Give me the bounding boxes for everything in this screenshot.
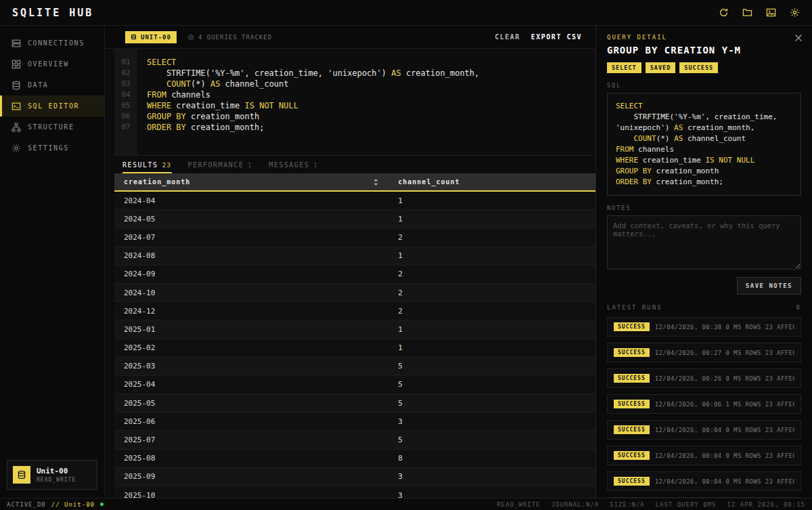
- tab-messages[interactable]: MESSAGES1: [269, 161, 318, 173]
- active-db-value: // Unit-00: [51, 501, 95, 508]
- tab-count: 23: [162, 162, 172, 169]
- image-export-icon[interactable]: [766, 7, 776, 18]
- overview-icon: [12, 60, 21, 69]
- header-actions: [719, 7, 800, 18]
- column-header-channel-count[interactable]: channel_count: [388, 178, 595, 186]
- db-badge[interactable]: UNIT-00: [125, 31, 177, 43]
- table-row[interactable]: 2024-122: [114, 302, 595, 320]
- table-row[interactable]: 2024-041: [114, 192, 595, 210]
- folder-icon[interactable]: [742, 7, 752, 18]
- sql-line: COUNT(*) AS channel_count: [616, 133, 792, 144]
- sidebar-item-connections[interactable]: CONNECTIONS: [0, 33, 104, 54]
- column-header-creation-month[interactable]: creation_month: [114, 178, 388, 186]
- table-row[interactable]: 2025-035: [114, 358, 595, 376]
- tab-performance[interactable]: PERFORMANCE1: [188, 161, 253, 173]
- close-icon[interactable]: [794, 34, 803, 42]
- sort-icon[interactable]: [373, 178, 379, 186]
- sql-line: FROM channels: [147, 89, 479, 100]
- cell-creation-month: 2024-07: [114, 233, 388, 242]
- table-row[interactable]: 2025-103: [114, 486, 595, 498]
- status-bar: ACTIVE_DB // Unit-00 READ_WRITEJOURNAL:N…: [0, 498, 812, 510]
- cell-creation-month: 2025-03: [114, 362, 388, 370]
- export-csv-button[interactable]: EXPORT CSV: [531, 33, 582, 41]
- sql-editor-icon: [12, 102, 21, 111]
- sql-editor[interactable]: 01020304050607 SELECT STRFTIME('%Y-%m', …: [114, 49, 595, 156]
- cell-channel-count: 1: [388, 251, 595, 260]
- data-icon: [12, 81, 21, 90]
- clear-button[interactable]: CLEAR: [495, 33, 520, 41]
- cell-channel-count: 2: [388, 289, 595, 297]
- run-item[interactable]: SUCCESS12/04/2026, 00:03 1 MS ROWS 23 AF…: [607, 497, 801, 498]
- table-row[interactable]: 2025-063: [114, 412, 595, 431]
- table-row[interactable]: 2024-102: [114, 284, 595, 302]
- run-item[interactable]: SUCCESS12/04/2026, 00:38 0 MS ROWS 23 AF…: [607, 317, 801, 337]
- sql-line: GROUP BY creation_month: [616, 166, 792, 177]
- sql-line: GROUP BY creation_month: [147, 111, 479, 122]
- cell-channel-count: 3: [388, 472, 595, 481]
- run-status-badge: SUCCESS: [614, 451, 650, 460]
- app-logo: SQLITE HUB: [12, 7, 93, 19]
- status-bar-stats: READ_WRITEJOURNAL:N/ASIZE:N/ALAST QUERY …: [497, 501, 805, 508]
- table-row[interactable]: 2025-093: [114, 468, 595, 486]
- table-row[interactable]: 2025-045: [114, 376, 595, 394]
- run-item[interactable]: SUCCESS12/04/2026, 00:04 0 MS ROWS 23 AF…: [607, 471, 801, 491]
- status-stat: 12 APR 2026, 00:15: [727, 501, 805, 508]
- runs-list: SUCCESS12/04/2026, 00:38 0 MS ROWS 23 AF…: [607, 317, 801, 498]
- sql-line: 'unixepoch') AS creation_month,: [616, 123, 792, 133]
- table-row[interactable]: 2025-075: [114, 431, 595, 449]
- run-status-badge: SUCCESS: [614, 400, 650, 408]
- sql-line: WHERE creation_time IS NOT NULL: [616, 155, 792, 166]
- line-number: 02: [114, 68, 137, 79]
- cell-channel-count: 5: [388, 362, 595, 370]
- sidebar-item-settings[interactable]: SETTINGS: [0, 137, 104, 158]
- run-item[interactable]: SUCCESS12/04/2026, 00:04 0 MS ROWS 23 AF…: [607, 446, 801, 465]
- run-status-badge: SUCCESS: [614, 425, 650, 434]
- line-number: 07: [114, 122, 137, 133]
- latest-runs-header: LATEST RUNS 8: [607, 304, 801, 311]
- cell-channel-count: 3: [388, 417, 595, 426]
- status-stat: LAST QUERY 0MS: [656, 501, 717, 508]
- table-row[interactable]: 2024-081: [114, 247, 595, 265]
- table-row[interactable]: 2025-011: [114, 320, 595, 339]
- cell-channel-count: 1: [388, 343, 595, 352]
- sidebar-item-overview[interactable]: OVERVIEW: [0, 54, 104, 75]
- table-row[interactable]: 2024-051: [114, 210, 595, 228]
- run-item[interactable]: SUCCESS12/04/2026, 00:27 0 MS ROWS 23 AF…: [607, 343, 801, 362]
- table-row[interactable]: 2025-021: [114, 339, 595, 358]
- gear-icon[interactable]: [790, 7, 800, 18]
- sidebar-item-label: DATA: [28, 81, 48, 89]
- run-item[interactable]: SUCCESS12/04/2026, 00:04 0 MS ROWS 23 AF…: [607, 420, 801, 440]
- table-row[interactable]: 2024-092: [114, 265, 595, 284]
- sql-code[interactable]: SELECT STRFTIME('%Y-%m', creation_time, …: [137, 49, 479, 155]
- table-row[interactable]: 2025-088: [114, 450, 595, 468]
- sidebar-item-structure[interactable]: STRUCTURE: [0, 116, 104, 137]
- sidebar-item-data[interactable]: DATA: [0, 75, 104, 95]
- table-row[interactable]: 2025-055: [114, 394, 595, 412]
- active-db-card[interactable]: Unit-00 READ_WRITE: [7, 460, 97, 490]
- cell-channel-count: 2: [388, 233, 595, 242]
- query-title: GROUP BY CREATION Y-M: [607, 45, 801, 56]
- sql-line: ORDER BY creation_month;: [147, 122, 479, 133]
- cell-creation-month: 2025-08: [114, 454, 388, 463]
- app-header: SQLITE HUB: [0, 0, 812, 26]
- cell-channel-count: 2: [388, 270, 595, 278]
- tab-results[interactable]: RESULTS23: [122, 161, 172, 173]
- notes-input[interactable]: [607, 215, 801, 270]
- cell-creation-month: 2025-06: [114, 417, 388, 426]
- run-item[interactable]: SUCCESS12/04/2026, 00:06 1 MS ROWS 23 AF…: [607, 394, 801, 414]
- run-details: 12/04/2026, 00:06 1 MS ROWS 23 AFFECTED …: [655, 401, 794, 408]
- table-header: creation_month channel_count: [114, 173, 595, 192]
- latest-runs-label: LATEST RUNS: [607, 304, 662, 311]
- sql-section-label: SQL: [607, 82, 801, 89]
- sql-line: ORDER BY creation_month;: [616, 177, 792, 188]
- save-notes-button[interactable]: SAVE NOTES: [737, 277, 801, 295]
- run-details: 12/04/2026, 00:27 0 MS ROWS 23 AFFECTED …: [655, 349, 794, 356]
- sidebar-item-sql-editor[interactable]: SQL EDITOR: [0, 95, 104, 116]
- run-item[interactable]: SUCCESS12/04/2026, 00:26 0 MS ROWS 23 AF…: [607, 368, 801, 388]
- run-status-badge: SUCCESS: [614, 322, 650, 331]
- queries-tracked: 4 QUERIES TRACKED: [187, 34, 272, 41]
- cell-channel-count: 2: [388, 307, 595, 316]
- cell-channel-count: 1: [388, 325, 595, 334]
- table-row[interactable]: 2024-072: [114, 228, 595, 247]
- refresh-icon[interactable]: [719, 7, 729, 18]
